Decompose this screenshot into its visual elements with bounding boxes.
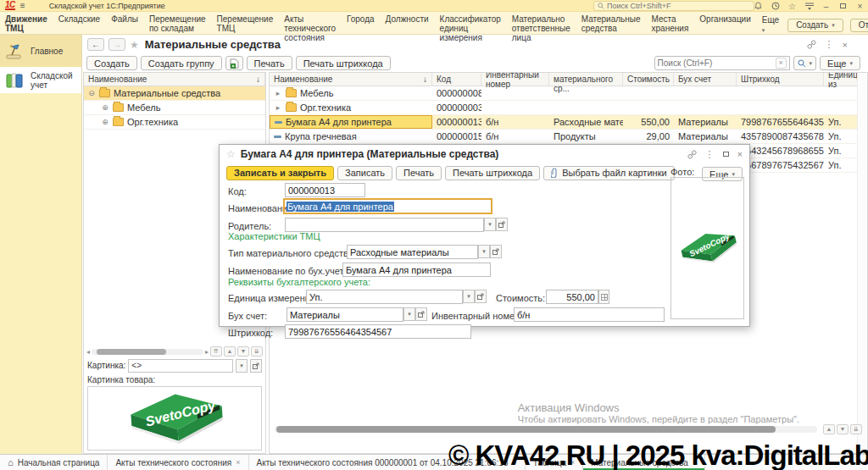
open-button[interactable] [250, 359, 262, 373]
name-field[interactable]: Бумага А4 для принтера [283, 198, 492, 214]
close-dialog-icon[interactable]: × [737, 149, 743, 159]
menu-item-mol[interactable]: Материально ответственные лица [512, 14, 570, 42]
table-row[interactable]: Крупа гречневая 000000015 б/н Продукты 2… [270, 130, 867, 144]
menu-item-materialnye-sredstva[interactable]: Материальные средства [581, 14, 641, 33]
global-search[interactable] [593, 1, 754, 11]
dropdown-button[interactable]: ▾ [236, 359, 248, 373]
menu-item-dolzhnosti[interactable]: Должности [386, 14, 429, 24]
move-up-button[interactable]: ▲ [823, 424, 835, 434]
open-button[interactable] [475, 290, 487, 303]
clear-search-icon[interactable]: × [776, 58, 787, 69]
menu-item-goroda[interactable]: Города [347, 14, 375, 24]
favorite-star-icon[interactable]: ★ [130, 39, 139, 51]
history-clock-icon[interactable] [771, 2, 780, 11]
table-row-selected[interactable]: Бумага А4 для принтера 000000013 б/н Рас… [270, 115, 867, 130]
maximize-icon[interactable] [723, 152, 729, 157]
table-vscrollbar[interactable] [857, 73, 867, 453]
choose-image-button[interactable]: Выбрать файл картинки [543, 166, 674, 180]
link-icon[interactable] [687, 150, 697, 159]
menu-item-dvizhenie-tmc[interactable]: Движение ТМЦ [5, 14, 47, 33]
open-button[interactable] [496, 218, 508, 231]
print-barcode-button[interactable]: Печать штрихкода [445, 166, 540, 180]
col-header-type[interactable]: Тип материального ср... [549, 73, 623, 86]
save-button[interactable]: Записать [337, 166, 392, 180]
menu-item-peremeshenie-tmc[interactable]: Перемещение ТМЦ [217, 14, 274, 33]
print-button[interactable]: Печать [247, 56, 292, 70]
sidebar-item-skladskoy-uchet[interactable]: Складской учет [0, 67, 81, 93]
code-field[interactable]: 000000013 [285, 183, 365, 197]
notifications-bell-icon[interactable] [754, 2, 763, 11]
account-field[interactable]: Материалы [287, 307, 403, 322]
print-button[interactable]: Печать [396, 166, 442, 180]
tree-row[interactable]: ⊕ Мебель [84, 101, 265, 115]
favorites-star-icon[interactable]: ☆ [787, 2, 797, 11]
sidebar-item-glavnoe[interactable]: Главное [0, 35, 81, 67]
cost-field[interactable]: 550,00 [546, 290, 598, 304]
global-search-input[interactable] [607, 2, 743, 10]
expand-icon[interactable]: ⊕ [101, 103, 109, 112]
menu-item-organizacii[interactable]: Организации [699, 14, 750, 24]
load-file-button[interactable] [225, 56, 243, 70]
kebab-menu-icon[interactable]: ⋮ [705, 149, 715, 160]
menu-item-klassifikator-edinic[interactable]: Классификатор единиц измерения [440, 14, 501, 42]
restore-button[interactable] [838, 2, 848, 11]
functions-menu-icon[interactable] [804, 2, 814, 11]
open-button[interactable] [490, 245, 502, 258]
menu-more-button[interactable]: Еще ▾ [762, 15, 779, 35]
table-row[interactable]: ▸Орг.техника 000000003 [270, 101, 867, 115]
list-more-button[interactable]: Еще ▾ [820, 56, 860, 70]
barcode-field[interactable]: 79987676556464354567 [285, 324, 471, 339]
move-top-button[interactable]: ⇈ [210, 346, 222, 357]
col-header-barcode[interactable]: Штрихкод [737, 73, 824, 86]
reports-menu-button[interactable]: Отчеты▾ [850, 19, 868, 32]
create-group-button[interactable]: Создать группу [141, 56, 222, 70]
close-tab-icon[interactable]: × [236, 458, 240, 467]
search-options-button[interactable]: ▾ [793, 56, 817, 70]
menu-item-akty-teh-sostoyaniya[interactable]: Акты технического состояния [284, 14, 336, 42]
move-up-button[interactable]: ▲ [224, 346, 236, 357]
tab-home[interactable]: ⌂Начальная страница [0, 455, 108, 470]
menu-item-peremeshenie-po-skladam[interactable]: Перемещение по складам [149, 14, 206, 33]
menu-item-mesta-hraneniya[interactable]: Места хранения [652, 14, 689, 33]
kebab-menu-icon[interactable]: ⋮ [825, 39, 834, 50]
table-row[interactable]: ▸Мебель 000000008 [270, 86, 867, 101]
back-button[interactable]: ← [87, 38, 104, 51]
col-header-name[interactable]: Наименование↓ [270, 73, 432, 86]
tree-hscrollbar[interactable] [92, 349, 203, 355]
minimize-button[interactable]: – [821, 2, 831, 11]
calculator-button[interactable] [598, 290, 609, 304]
type-field[interactable]: Расходные материалы [347, 245, 478, 259]
dropdown-button[interactable]: ▾ [484, 218, 496, 231]
col-header-account[interactable]: Бух счет [674, 73, 737, 86]
tab-acts[interactable]: Акты технического состояния× [108, 455, 248, 470]
list-search[interactable]: × [654, 56, 790, 70]
tree-header-name[interactable]: Наименование↓ [84, 73, 265, 86]
save-and-close-button[interactable]: Записать и закрыть [226, 166, 334, 180]
close-form-icon[interactable]: × [843, 40, 848, 50]
dropdown-button[interactable]: ▾ [463, 290, 475, 303]
acc-name-field[interactable]: Бумага А4 для принтера [342, 263, 491, 277]
move-down-button[interactable]: ▼ [237, 346, 249, 357]
list-search-input[interactable] [658, 58, 768, 68]
tree-row[interactable]: ⊖ Материальные средства [84, 86, 265, 101]
create-button[interactable]: Создать [86, 56, 137, 70]
unit-field[interactable]: Уп. [306, 290, 463, 304]
tree-row[interactable]: ⊕ Орг.техника [84, 115, 265, 130]
collapse-icon[interactable]: ⊖ [87, 89, 96, 97]
close-button[interactable]: × [855, 2, 865, 11]
open-button[interactable] [415, 307, 427, 321]
main-menu-icon[interactable]: ≡ [20, 1, 25, 10]
dropdown-button[interactable]: ▾ [478, 245, 490, 258]
dropdown-button[interactable]: ▾ [403, 307, 415, 321]
expand-icon[interactable]: ▸ [274, 89, 282, 97]
col-header-code[interactable]: Код [432, 73, 481, 86]
parent-field[interactable] [285, 218, 484, 232]
menu-item-fayly[interactable]: Файлы [111, 14, 138, 24]
favorite-star-icon[interactable]: ☆ [226, 148, 236, 160]
expand-icon[interactable]: ▸ [274, 103, 282, 112]
col-header-inventory[interactable]: Инвентарный номер [481, 73, 549, 86]
print-barcode-button[interactable]: Печать штрихкода [296, 56, 391, 70]
col-header-cost[interactable]: Стоимость [623, 73, 674, 86]
create-menu-button[interactable]: Создать▾ [787, 19, 843, 32]
inventory-field[interactable]: б/н [514, 307, 665, 322]
